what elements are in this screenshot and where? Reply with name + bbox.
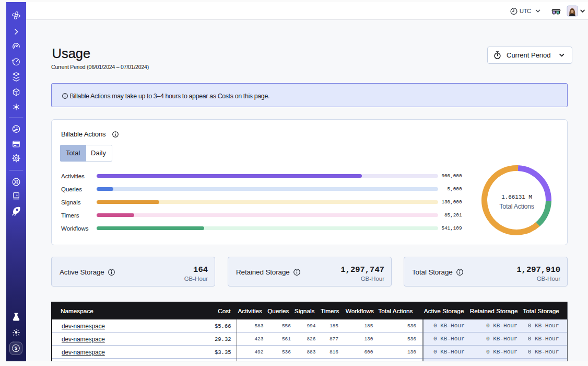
svg-text:$: $ xyxy=(15,346,17,351)
